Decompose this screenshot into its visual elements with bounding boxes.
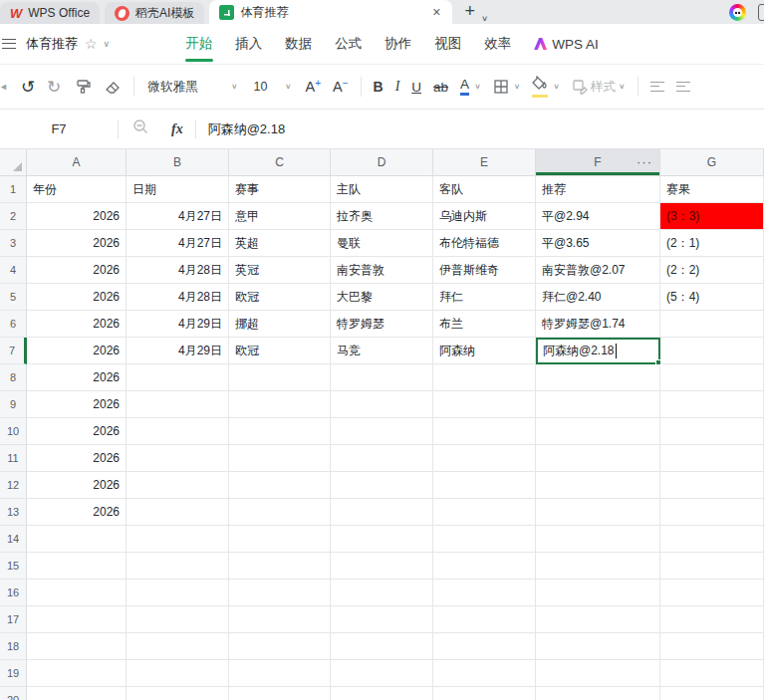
cell-D12[interactable]	[331, 472, 433, 499]
cell-B13[interactable]	[127, 499, 229, 526]
cell-G3[interactable]: (2：1)	[660, 230, 764, 257]
cell-B14[interactable]	[127, 526, 229, 553]
cell-D8[interactable]	[331, 364, 433, 391]
cell-D1[interactable]: 主队	[331, 176, 433, 203]
cell-E1[interactable]: 客队	[433, 176, 536, 203]
cell-C13[interactable]	[229, 499, 331, 526]
cell-D13[interactable]	[331, 499, 433, 526]
select-all-corner[interactable]	[0, 149, 27, 176]
cell-E6[interactable]: 布兰	[433, 311, 536, 338]
cell-D19[interactable]	[331, 660, 433, 687]
row-header-18[interactable]: 18	[0, 633, 27, 660]
menu-view[interactable]: 视图	[432, 29, 463, 59]
cell-C3[interactable]: 英超	[229, 230, 331, 257]
cell-C15[interactable]	[229, 553, 331, 580]
cell-D15[interactable]	[331, 553, 433, 580]
cell-C4[interactable]: 英冠	[229, 257, 331, 284]
menu-formula[interactable]: 公式	[333, 29, 364, 59]
cell-C11[interactable]	[229, 445, 331, 472]
cell-D2[interactable]: 拉齐奥	[331, 203, 433, 230]
cell-G13[interactable]	[660, 499, 764, 526]
cell-F18[interactable]	[536, 633, 660, 660]
menu-efficiency[interactable]: 效率	[482, 29, 513, 59]
cell-F8[interactable]	[536, 364, 660, 391]
cell-G7[interactable]	[660, 338, 764, 364]
column-header-A[interactable]: A	[27, 149, 127, 176]
cell-E19[interactable]	[433, 660, 536, 687]
cell-A5[interactable]: 2026	[27, 284, 127, 311]
strikethrough-button[interactable]: ab	[433, 74, 448, 100]
cell-E5[interactable]: 拜仁	[433, 284, 536, 311]
cell-A18[interactable]	[27, 633, 127, 660]
cell-F17[interactable]	[536, 606, 660, 633]
favorite-star-icon[interactable]: ☆	[85, 36, 98, 52]
cell-C6[interactable]: 挪超	[229, 311, 331, 338]
cell-F1[interactable]: 推荐	[536, 176, 660, 203]
cell-G18[interactable]	[660, 633, 764, 660]
wps-ai-assistant-icon[interactable]	[729, 4, 746, 21]
cell-D4[interactable]: 南安普敦	[331, 257, 433, 284]
cell-C5[interactable]: 欧冠	[229, 284, 331, 311]
zoom-out-search-icon[interactable]	[132, 118, 149, 139]
menu-home[interactable]: 开始	[183, 29, 214, 59]
cell-A1[interactable]: 年份	[27, 176, 127, 203]
cell-E17[interactable]	[433, 606, 536, 633]
cell-B9[interactable]	[127, 391, 229, 418]
row-header-1[interactable]: 1	[0, 176, 27, 203]
font-color-chevron-icon[interactable]: ∨	[474, 83, 481, 91]
font-color-button[interactable]: A ∨	[460, 74, 481, 100]
row-header-5[interactable]: 5	[0, 284, 27, 311]
name-box[interactable]: F7	[0, 121, 118, 136]
row-header-10[interactable]: 10	[0, 418, 27, 445]
eraser-icon[interactable]	[104, 74, 122, 100]
cell-A3[interactable]: 2026	[27, 230, 127, 257]
cell-G16[interactable]	[660, 580, 764, 606]
cell-G14[interactable]	[660, 526, 764, 553]
font-name-select[interactable]: 微软雅黑∨	[146, 74, 240, 100]
cell-F10[interactable]	[536, 418, 660, 445]
cell-F3[interactable]: 平@3.65	[536, 230, 660, 257]
bold-button[interactable]: B	[374, 74, 383, 100]
column-header-B[interactable]: B	[127, 149, 229, 176]
cell-F12[interactable]	[536, 472, 660, 499]
cell-E10[interactable]	[433, 418, 536, 445]
close-tab-icon[interactable]: ×	[430, 4, 442, 20]
cell-F13[interactable]	[536, 499, 660, 526]
cell-B7[interactable]: 4月29日	[127, 338, 229, 364]
cell-A20[interactable]	[27, 687, 127, 700]
cell-G15[interactable]	[660, 553, 764, 580]
cell-C20[interactable]	[229, 687, 331, 700]
cell-E4[interactable]: 伊普斯维奇	[433, 257, 536, 284]
cell-E18[interactable]	[433, 633, 536, 660]
cell-A8[interactable]: 2026	[27, 364, 127, 391]
cell-F14[interactable]	[536, 526, 660, 553]
cell-B15[interactable]	[127, 553, 229, 580]
fill-handle[interactable]	[655, 359, 661, 365]
cell-E20[interactable]	[433, 687, 536, 700]
column-header-F[interactable]: F···	[536, 149, 660, 176]
cell-C9[interactable]	[229, 391, 331, 418]
main-menu-icon[interactable]	[2, 39, 16, 49]
cell-G2[interactable]: (3：3)	[660, 203, 764, 230]
cell-D11[interactable]	[331, 445, 433, 472]
cell-C12[interactable]	[229, 472, 331, 499]
toolbar-scroll-left-icon[interactable]: ◄	[0, 74, 7, 100]
row-header-14[interactable]: 14	[0, 526, 27, 553]
cell-B16[interactable]	[127, 580, 229, 606]
cell-B20[interactable]	[127, 687, 229, 700]
cell-F5[interactable]: 拜仁@2.40	[536, 284, 660, 311]
align-center-button[interactable]	[676, 82, 690, 92]
cell-F15[interactable]	[536, 553, 660, 580]
cell-F9[interactable]	[536, 391, 660, 418]
cell-B18[interactable]	[127, 633, 229, 660]
cell-G12[interactable]	[660, 472, 764, 499]
row-header-13[interactable]: 13	[0, 499, 27, 526]
cell-A11[interactable]: 2026	[27, 445, 127, 472]
cell-F20[interactable]	[536, 687, 660, 700]
row-header-7[interactable]: 7	[0, 338, 27, 364]
cell-F16[interactable]	[536, 580, 660, 606]
row-header-20[interactable]: 20	[0, 687, 27, 700]
cell-B4[interactable]: 4月28日	[127, 257, 229, 284]
italic-button[interactable]: I	[395, 74, 400, 100]
cell-E12[interactable]	[433, 472, 536, 499]
